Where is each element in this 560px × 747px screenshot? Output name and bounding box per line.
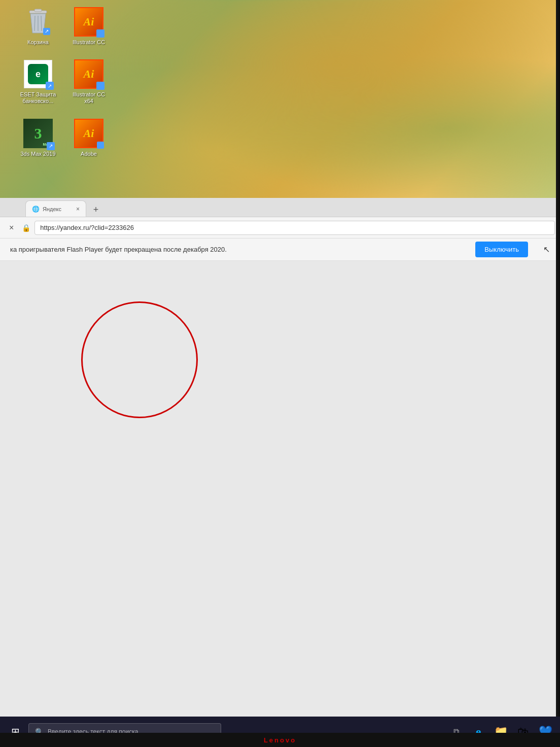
3dsmax-icon[interactable]: 3 MAX ↗ 3ds Max 2019 bbox=[15, 116, 61, 160]
3dsmax-image: 3 MAX ↗ bbox=[23, 118, 53, 149]
tab-close-button[interactable]: × bbox=[76, 206, 80, 213]
desktop: ↗ Корзина Ai ↗ Illustrator CC bbox=[0, 0, 560, 213]
illustrator-cc-1-icon[interactable]: Ai ↗ Illustrator CC bbox=[66, 4, 112, 48]
eset-icon[interactable]: e ↗ ESET Защитабанковско... bbox=[15, 56, 61, 107]
lenovo-text: Lenovo bbox=[264, 736, 296, 744]
url-text: https://yandex.ru/?clid=2233626 bbox=[40, 224, 134, 231]
recycle-bin-image: ↗ bbox=[23, 7, 53, 37]
illustrator-cc-x64-icon[interactable]: Ai ↗ Illustrator CCx64 bbox=[66, 56, 112, 107]
adobe-label: Adobe bbox=[81, 151, 97, 157]
tab-bar: 🌐 Яндекс × + bbox=[0, 198, 560, 217]
svg-line-4 bbox=[41, 16, 42, 31]
recycle-bin-label: Корзина bbox=[27, 39, 49, 46]
ai-text-3: Ai bbox=[84, 127, 94, 140]
arrow-badge-2: ↗ bbox=[96, 82, 104, 90]
ai-text-2: Ai bbox=[84, 67, 94, 81]
svg-line-3 bbox=[34, 16, 35, 31]
illustrator-cc-x64-image: Ai ↗ bbox=[74, 59, 104, 89]
illustrator-cc-1-image: Ai ↗ bbox=[74, 7, 104, 37]
url-input[interactable]: https://yandex.ru/?clid=2233626 bbox=[34, 221, 555, 235]
max-3-text: 3 bbox=[34, 126, 42, 141]
lenovo-branding: Lenovo bbox=[0, 733, 560, 747]
arrow-badge-max: ↗ bbox=[47, 142, 55, 150]
illustrator-cc-1-label: Illustrator CC bbox=[73, 39, 105, 46]
eset-image: e ↗ bbox=[23, 59, 53, 89]
flash-notification-text: ка проигрывателя Flash Player будет прек… bbox=[10, 246, 465, 253]
eset-label: ESET Защитабанковско... bbox=[20, 91, 56, 105]
desktop-icon-area: ↗ Корзина Ai ↗ Illustrator CC bbox=[15, 0, 112, 164]
arrow-badge-1: ↗ bbox=[96, 29, 104, 38]
cursor-indicator: ↖ bbox=[543, 245, 550, 254]
tab-favicon: 🌐 bbox=[32, 206, 40, 213]
desktop-icon-row-3: 3 MAX ↗ 3ds Max 2019 Ai Adobe bbox=[15, 112, 112, 164]
browser-close-button[interactable]: × bbox=[5, 221, 18, 234]
arrow-badge-eset: ↗ bbox=[46, 82, 54, 90]
recycle-bin-icon[interactable]: ↗ Корзина bbox=[15, 4, 61, 48]
adobe-image: Ai bbox=[74, 118, 104, 149]
browser-window: 🌐 Яндекс × + × 🔒 https://yandex.ru/?clid… bbox=[0, 198, 560, 747]
svg-rect-1 bbox=[34, 9, 42, 12]
eset-inner: e bbox=[28, 64, 48, 84]
desktop-icon-row-2: e ↗ ESET Защитабанковско... Ai ↗ Illustr… bbox=[15, 52, 112, 111]
disable-flash-button[interactable]: Выключить bbox=[475, 242, 528, 257]
3dsmax-label: 3ds Max 2019 bbox=[20, 151, 55, 157]
illustrator-cc-x64-label: Illustrator CCx64 bbox=[73, 91, 105, 105]
right-bezel bbox=[556, 0, 560, 747]
new-tab-button[interactable]: + bbox=[89, 202, 103, 217]
desktop-icon-row-1: ↗ Корзина Ai ↗ Illustrator CC bbox=[15, 0, 112, 52]
browser-content-area bbox=[0, 261, 560, 747]
flash-notification-bar: ка проигрывателя Flash Player будет прек… bbox=[0, 239, 560, 261]
tab-title: Яндекс bbox=[43, 206, 61, 212]
svg-text:↗: ↗ bbox=[45, 28, 49, 34]
address-bar: × 🔒 https://yandex.ru/?clid=2233626 bbox=[0, 217, 560, 239]
ai-text-1: Ai bbox=[84, 15, 94, 28]
lock-icon: 🔒 bbox=[22, 224, 30, 232]
browser-tab[interactable]: 🌐 Яндекс × bbox=[25, 200, 86, 217]
annotation-circle bbox=[81, 301, 198, 418]
adobe-icon[interactable]: Ai Adobe bbox=[66, 116, 112, 160]
